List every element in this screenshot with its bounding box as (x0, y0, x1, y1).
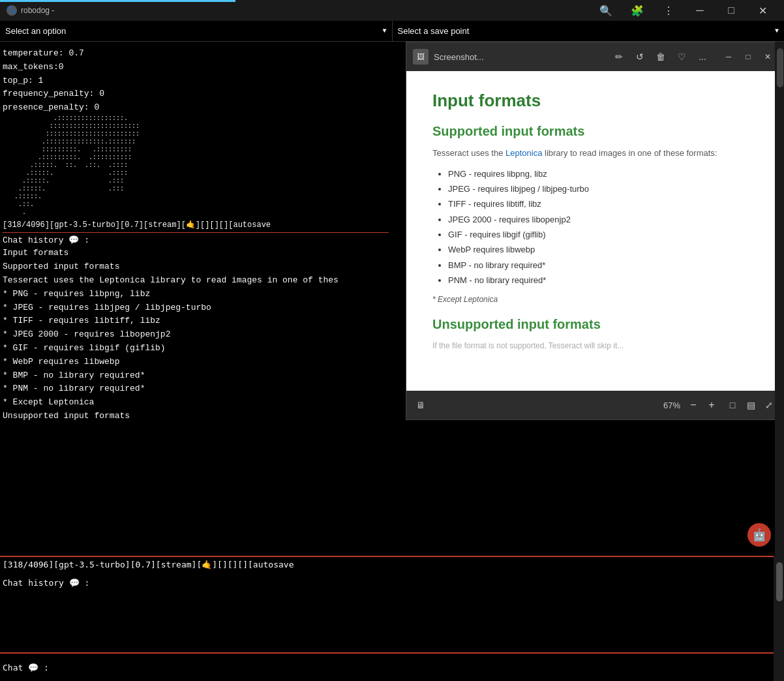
chat-lines-area: Chat history 💬 : (0, 574, 784, 652)
savepoint-dropdown-arrow: ▼ (770, 27, 784, 35)
list-item: PNM - no library required* (448, 273, 757, 288)
screenshot-panel: 🖼 Screenshot... ✏ ↺ 🗑 ♡ ... ─ □ ✕ Input … (406, 42, 784, 420)
chat-input-bar: Chat 💬 : (0, 652, 784, 681)
panel-minimize-button[interactable]: ─ (719, 49, 738, 65)
view-single-icon[interactable]: □ (725, 397, 740, 413)
settings-top-p: top_p: 1 (3, 74, 389, 88)
chat-line: Chat history 💬 : (3, 577, 781, 590)
panel-content: Input formats Supported input formats Te… (406, 71, 783, 391)
settings-temperature: temperature: 0.7 (3, 47, 389, 61)
zoom-controls: − + (686, 397, 719, 413)
bottom-section: [318/4096][gpt-3.5-turbo][0.7][stream][🤙… (0, 556, 784, 681)
titlebar-controls: 🔍 🧩 ⋮ ─ □ ✕ (591, 0, 777, 21)
savepoint-dropdown-wrapper[interactable]: Select a save point ▼ (393, 21, 785, 41)
doc-intro-after: library to read images in one of these f… (542, 148, 717, 158)
list-item: TIFF - requires libtiff, libz (448, 196, 757, 211)
extensions-icon[interactable]: 🧩 (622, 0, 652, 21)
settings-presence: presence_penalty: 0 (3, 101, 389, 115)
favorite-icon[interactable]: ♡ (672, 48, 691, 66)
option-dropdown-arrow: ▼ (377, 27, 391, 35)
edit-icon[interactable]: ✏ (610, 48, 628, 66)
doc-supported-heading: Supported input formats (432, 124, 757, 139)
document-content: Input formats Supported input formats Te… (406, 71, 783, 391)
zoom-level: 67% (663, 401, 680, 410)
chat-content: Input formats Supported input formats Te… (3, 247, 389, 423)
panel-actions: ✏ ↺ 🗑 ♡ ... (610, 48, 712, 66)
list-item: BMP - no library required* (448, 258, 757, 273)
topbar: Select an option ▼ Select a save point ▼ (0, 21, 784, 42)
ascii-art: .:::::::::::::::::. ::::::::::::::::::::… (3, 115, 389, 217)
loading-bar (0, 0, 784, 2)
list-item: PNG - requires libpng, libz (448, 166, 757, 181)
page-scrollbar[interactable] (774, 556, 784, 681)
maximize-button[interactable]: □ (716, 0, 746, 21)
app-icon: 🐾 (7, 5, 17, 16)
bot-avatar: 🤖 (747, 523, 771, 547)
view-grid-icon[interactable]: ▤ (743, 397, 759, 413)
page-scrollbar-thumb[interactable] (776, 562, 783, 601)
leptonica-link[interactable]: Leptonica (505, 148, 542, 158)
panel-titlebar: 🖼 Screenshot... ✏ ↺ 🗑 ♡ ... ─ □ ✕ (406, 42, 783, 71)
loading-bar-fill (0, 0, 235, 2)
more-icon[interactable]: ... (693, 48, 712, 66)
display-icon[interactable]: 🖥 (413, 397, 429, 413)
doc-title: Input formats (432, 91, 757, 111)
titlebar-title: robodog - (21, 6, 591, 15)
option-dropdown-wrapper[interactable]: Select an option ▼ (0, 21, 393, 41)
minimize-button[interactable]: ─ (685, 0, 715, 21)
terminal-status-line: [318/4096][gpt-3.5-turbo][0.7][stream][🤙… (0, 556, 784, 574)
doc-unsupported-text: If the file format is not supported, Tes… (432, 340, 757, 352)
option-dropdown-label[interactable]: Select an option (0, 26, 377, 36)
bottom-right-icons: □ ▤ ⤢ (725, 397, 777, 413)
doc-unsupported-heading: Unsupported input formats (432, 317, 757, 332)
close-button[interactable]: ✕ (747, 0, 777, 21)
scrollbar-thumb[interactable] (777, 48, 783, 87)
zoom-in-button[interactable]: + (704, 397, 719, 413)
titlebar: 🐾 robodog - 🔍 🧩 ⋮ ─ □ ✕ (0, 0, 784, 21)
panel-bottombar: 🖥 67% − + □ ▤ ⤢ (406, 391, 783, 419)
zoom-out-button[interactable]: − (686, 397, 701, 413)
settings-frequency: frequency_penalty: 0 (3, 87, 389, 101)
status-bar: [318/4096][gpt-3.5-turbo][0.7][stream][🤙… (3, 219, 389, 231)
panel-title: Screenshot... (434, 52, 605, 62)
menu-icon[interactable]: ⋮ (654, 0, 684, 21)
savepoint-dropdown-label[interactable]: Select a save point (393, 26, 770, 36)
delete-icon[interactable]: 🗑 (652, 48, 670, 66)
undo-icon[interactable]: ↺ (631, 48, 649, 66)
doc-note: * Except Leptonica (432, 295, 757, 304)
panel-screenshot-icon: 🖼 (413, 49, 429, 65)
chat-history-label: Chat history 💬 : (3, 232, 389, 247)
chat-input-field[interactable] (52, 663, 781, 673)
chat-input-label: Chat 💬 : (3, 663, 49, 673)
list-item: WebP requires libwebp (448, 242, 757, 257)
list-item: JPEG 2000 - requires libopenjp2 (448, 212, 757, 227)
terminal-area: temperature: 0.7 max_tokens:0 top_p: 1 f… (0, 42, 391, 577)
panel-maximize-button[interactable]: □ (739, 49, 757, 65)
list-item: GIF - requires libgif (giflib) (448, 227, 757, 242)
terminal-scrollbar[interactable] (775, 42, 784, 570)
panel-close-button[interactable]: ✕ (759, 49, 777, 65)
doc-intro-text: Tesseract uses the (432, 148, 505, 158)
list-item: JPEG - requires libjpeg / libjpeg-turbo (448, 181, 757, 196)
settings-max-tokens: max_tokens:0 (3, 61, 389, 74)
panel-window-controls: ─ □ ✕ (719, 49, 777, 65)
doc-intro: Tesseract uses the Leptonica library to … (432, 147, 757, 160)
formats-list: PNG - requires libpng, libz JPEG - requi… (432, 166, 757, 288)
search-icon[interactable]: 🔍 (591, 0, 621, 21)
